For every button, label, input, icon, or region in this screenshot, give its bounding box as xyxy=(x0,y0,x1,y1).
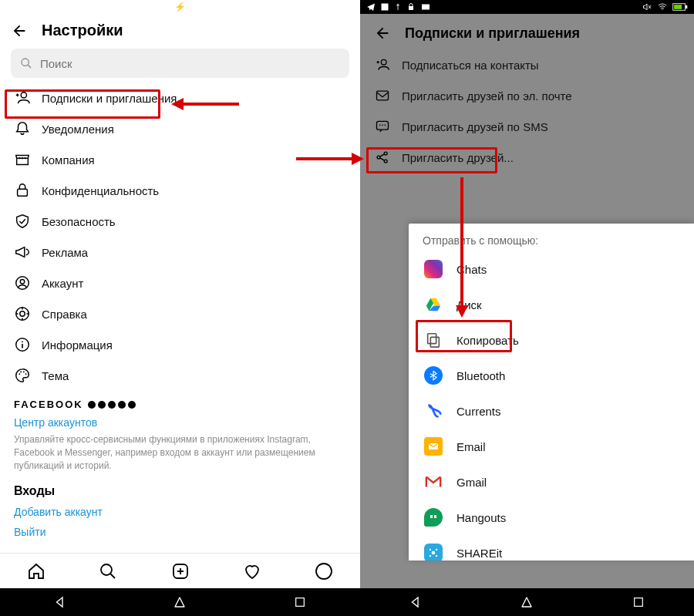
lock-icon xyxy=(14,182,31,199)
menu-item-invite-other[interactable]: Пригласить друзей... xyxy=(360,142,694,173)
share-sheet-title: Отправить с помощью: xyxy=(409,224,694,251)
menu-item-ads[interactable]: Реклама xyxy=(0,237,360,268)
share-option-chats[interactable]: Chats xyxy=(409,251,694,287)
menu-label: Аккаунт xyxy=(42,277,83,290)
mail-icon xyxy=(420,2,431,12)
logout-link[interactable]: Выйти xyxy=(0,521,360,541)
share-option-email[interactable]: Email xyxy=(409,429,694,464)
menu-item-invite-email[interactable]: Пригласить друзей по эл. почте xyxy=(360,80,694,111)
menu-label: Пригласить друзей по эл. почте xyxy=(402,89,572,103)
share-option-bluetooth[interactable]: Bluetooth xyxy=(409,358,694,393)
nav-back[interactable] xyxy=(45,595,76,609)
svg-point-37 xyxy=(384,160,387,163)
svg-rect-27 xyxy=(674,5,682,9)
menu-item-business[interactable]: Компания xyxy=(0,144,360,175)
share-option-gmail[interactable]: Gmail xyxy=(409,464,694,500)
android-nav-right xyxy=(360,588,694,616)
share-option-currents[interactable]: Currents xyxy=(409,393,694,429)
nav-recent[interactable] xyxy=(623,596,654,608)
nav-home[interactable] xyxy=(511,595,542,609)
menu-item-security[interactable]: Безопасность xyxy=(0,206,360,237)
add-account-link[interactable]: Добавить аккаунт xyxy=(0,501,360,521)
settings-menu: Подписки и приглашения Уведомления Компа… xyxy=(0,82,360,394)
svg-point-34 xyxy=(385,125,386,126)
share-option-copy[interactable]: Копировать xyxy=(409,322,694,358)
svg-point-20 xyxy=(316,564,332,579)
bell-icon xyxy=(14,120,31,137)
megaphone-icon xyxy=(14,244,31,261)
menu-label: Компания xyxy=(42,153,95,167)
lock-icon xyxy=(406,2,416,12)
share-option-drive[interactable]: Диск xyxy=(409,287,694,322)
svg-rect-39 xyxy=(428,334,436,344)
svg-point-17 xyxy=(101,564,112,575)
back-button[interactable] xyxy=(11,22,28,39)
svg-point-12 xyxy=(22,341,23,342)
plus-square-icon xyxy=(171,562,190,581)
search-field[interactable] xyxy=(11,49,349,78)
svg-rect-23 xyxy=(409,6,413,10)
gmail-icon xyxy=(424,473,443,491)
svg-rect-21 xyxy=(296,598,305,607)
menu-label: Уведомления xyxy=(42,123,114,136)
page-title: Подписки и приглашения xyxy=(405,25,580,42)
svg-rect-42 xyxy=(430,515,433,518)
menu-item-privacy[interactable]: Конфиденциальность xyxy=(0,175,360,206)
svg-point-44 xyxy=(432,551,436,555)
info-icon xyxy=(14,336,31,353)
ig-tab-bar xyxy=(0,553,360,588)
search-input[interactable] xyxy=(40,57,340,70)
svg-point-16 xyxy=(25,373,27,375)
menu-label: Пригласить друзей по SMS xyxy=(402,120,548,133)
mail-icon xyxy=(374,87,391,104)
svg-rect-49 xyxy=(634,598,642,607)
menu-item-theme[interactable]: Тема xyxy=(0,360,360,391)
svg-point-48 xyxy=(436,555,437,557)
currents-icon xyxy=(424,402,443,420)
tab-profile[interactable] xyxy=(288,562,360,581)
share-label: Currents xyxy=(456,405,501,418)
menu-label: Информация xyxy=(42,338,113,352)
share-label: Копировать xyxy=(456,334,519,347)
nav-back[interactable] xyxy=(400,595,431,609)
accounts-center-description: Управляйте кросс-сервисными функциями в … xyxy=(0,432,360,480)
svg-point-32 xyxy=(379,125,381,126)
share-option-hangouts[interactable]: Hangouts xyxy=(409,500,694,535)
menu-item-help[interactable]: Справка xyxy=(0,298,360,329)
menu-item-about[interactable]: Информация xyxy=(0,329,360,360)
nav-home[interactable] xyxy=(164,595,195,609)
accounts-center-link[interactable]: Центр аккаунтов xyxy=(0,412,360,432)
brand-icons xyxy=(88,401,136,409)
menu-item-notifications[interactable]: Уведомления xyxy=(0,113,360,144)
menu-label: Безопасность xyxy=(42,215,116,228)
nav-recent[interactable] xyxy=(285,596,315,608)
tab-home[interactable] xyxy=(0,562,72,581)
menu-item-account[interactable]: Аккаунт xyxy=(0,268,360,298)
android-nav-left xyxy=(0,588,360,616)
share-option-shareit[interactable]: SHAREit xyxy=(409,535,694,560)
tab-search[interactable] xyxy=(72,562,143,581)
menu-item-follow-contacts[interactable]: Подписаться на контакты xyxy=(360,49,694,80)
menu-item-invite-sms[interactable]: Пригласить друзей по SMS xyxy=(360,111,694,142)
share-label: Email xyxy=(456,440,486,453)
tab-create[interactable] xyxy=(144,562,216,581)
status-bar-right xyxy=(360,0,694,14)
invite-menu: Подписаться на контакты Пригласить друзе… xyxy=(360,49,694,173)
storefront-icon xyxy=(14,151,31,168)
menu-label: Справка xyxy=(42,308,87,321)
profile-circle-icon xyxy=(315,562,333,581)
menu-item-follow-and-invite[interactable]: Подписки и приглашения xyxy=(0,82,360,113)
back-button[interactable] xyxy=(374,25,391,42)
svg-point-45 xyxy=(430,549,431,550)
svg-point-33 xyxy=(382,125,383,126)
hangouts-icon xyxy=(424,508,443,527)
tab-activity[interactable] xyxy=(216,562,288,581)
share-icon xyxy=(374,149,391,166)
svg-line-18 xyxy=(110,574,115,578)
bluetooth-icon xyxy=(424,366,443,385)
svg-rect-24 xyxy=(422,5,430,10)
menu-label: Конфиденциальность xyxy=(42,184,159,197)
svg-rect-30 xyxy=(377,91,389,100)
arrow-left-icon xyxy=(11,22,28,39)
palette-icon xyxy=(14,367,31,384)
